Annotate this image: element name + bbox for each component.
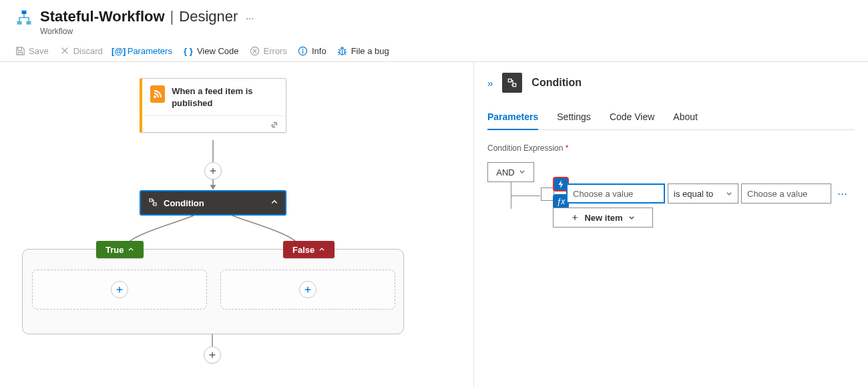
true-label: True bbox=[105, 245, 124, 255]
branch-container: True False bbox=[22, 249, 404, 334]
tab-settings[interactable]: Settings bbox=[557, 107, 591, 129]
parameters-label: Parameters bbox=[128, 46, 172, 56]
condition-node[interactable]: Condition bbox=[140, 190, 286, 216]
discard-button[interactable]: Discard bbox=[59, 45, 103, 56]
add-step-after-button[interactable] bbox=[204, 346, 221, 364]
left-operand-placeholder: Choose a value bbox=[573, 189, 633, 199]
page-subtitle: Workflow bbox=[40, 27, 256, 36]
operator-dropdown[interactable]: is equal to bbox=[668, 183, 738, 204]
errors-icon bbox=[250, 45, 260, 56]
designer-canvas[interactable]: When a feed item is published Condition bbox=[0, 62, 474, 387]
info-label: Info bbox=[312, 46, 327, 56]
discard-label: Discard bbox=[73, 46, 103, 56]
tree-connector bbox=[511, 196, 540, 196]
row-options-button[interactable]: ⋯ bbox=[837, 187, 848, 200]
trigger-node[interactable]: When a feed item is published bbox=[140, 78, 286, 133]
collapse-panel-button[interactable]: » bbox=[487, 77, 493, 89]
parameters-button[interactable]: [@] Parameters bbox=[114, 45, 172, 56]
panel-title: Condition bbox=[531, 77, 582, 89]
chevron-down-icon bbox=[726, 190, 732, 197]
trigger-link-icon[interactable] bbox=[142, 115, 286, 132]
view-code-button[interactable]: { } View Code bbox=[183, 45, 239, 56]
tab-code-view[interactable]: Code View bbox=[610, 107, 654, 129]
right-operand-placeholder: Choose a value bbox=[747, 189, 807, 199]
page-header: Stateful-Workflow | Designer ··· Workflo… bbox=[0, 0, 868, 40]
title-more-button[interactable]: ··· bbox=[243, 13, 256, 23]
svg-point-5 bbox=[302, 48, 304, 49]
group-operator-dropdown[interactable]: AND bbox=[487, 162, 534, 182]
code-icon: { } bbox=[183, 45, 194, 56]
svg-rect-2 bbox=[27, 21, 31, 25]
properties-panel: » Condition Parameters Settings Code Vie… bbox=[474, 62, 868, 387]
chevron-up-icon bbox=[270, 198, 278, 208]
true-branch-header[interactable]: True bbox=[96, 241, 144, 258]
false-branch-header[interactable]: False bbox=[283, 241, 335, 258]
operator-label: is equal to bbox=[674, 189, 713, 199]
info-icon bbox=[298, 45, 308, 56]
rss-icon bbox=[150, 85, 165, 103]
discard-icon bbox=[59, 45, 70, 56]
save-label: Save bbox=[29, 46, 49, 56]
svg-rect-0 bbox=[22, 11, 27, 14]
save-icon bbox=[15, 45, 25, 56]
true-branch-dropzone[interactable] bbox=[32, 270, 207, 310]
panel-tabs: Parameters Settings Code View About bbox=[487, 107, 855, 130]
command-toolbar: Save Discard [@] Parameters { } View Cod… bbox=[0, 40, 868, 62]
false-branch-dropzone[interactable] bbox=[220, 270, 395, 310]
title-separator: | bbox=[170, 8, 174, 25]
condition-node-label: Condition bbox=[164, 198, 204, 208]
plus-icon bbox=[571, 214, 579, 222]
add-action-false-button[interactable] bbox=[299, 281, 316, 298]
condition-panel-icon bbox=[502, 73, 522, 93]
chevron-up-icon bbox=[128, 246, 134, 253]
chevron-down-icon bbox=[519, 167, 525, 177]
errors-button[interactable]: Errors bbox=[250, 45, 287, 56]
tab-parameters[interactable]: Parameters bbox=[487, 107, 538, 130]
add-step-button[interactable] bbox=[204, 162, 222, 179]
info-button[interactable]: Info bbox=[298, 45, 327, 56]
file-bug-button[interactable]: File a bug bbox=[337, 45, 389, 56]
save-button[interactable]: Save bbox=[15, 45, 49, 56]
right-operand-input[interactable]: Choose a value bbox=[741, 183, 831, 204]
tab-about[interactable]: About bbox=[673, 107, 698, 129]
new-item-button[interactable]: New item bbox=[553, 208, 653, 228]
parameters-icon: [@] bbox=[114, 45, 124, 56]
view-code-label: View Code bbox=[197, 46, 239, 56]
trigger-label: When a feed item is published bbox=[172, 85, 278, 109]
page-title-secondary: Designer bbox=[179, 8, 238, 25]
condition-expression-editor: AND ƒx Choose a value is equal to bbox=[487, 162, 855, 242]
left-operand-input[interactable]: Choose a value bbox=[566, 183, 665, 204]
errors-label: Errors bbox=[264, 46, 287, 56]
workflow-app-icon bbox=[15, 9, 33, 28]
add-action-true-button[interactable] bbox=[111, 281, 128, 298]
row-select-checkbox[interactable] bbox=[541, 187, 554, 201]
svg-rect-6 bbox=[302, 50, 303, 53]
file-bug-label: File a bug bbox=[351, 46, 389, 56]
svg-rect-1 bbox=[17, 21, 22, 25]
bug-icon bbox=[337, 45, 348, 56]
chevron-up-icon bbox=[318, 246, 325, 253]
condition-expression-label: Condition Expression * bbox=[487, 143, 855, 153]
new-item-label: New item bbox=[584, 213, 622, 223]
false-label: False bbox=[292, 245, 314, 255]
chevron-down-icon bbox=[628, 214, 635, 221]
svg-point-11 bbox=[154, 95, 156, 98]
and-label: AND bbox=[496, 167, 514, 177]
condition-node-icon bbox=[148, 197, 158, 210]
page-title-primary: Stateful-Workflow bbox=[40, 8, 165, 25]
